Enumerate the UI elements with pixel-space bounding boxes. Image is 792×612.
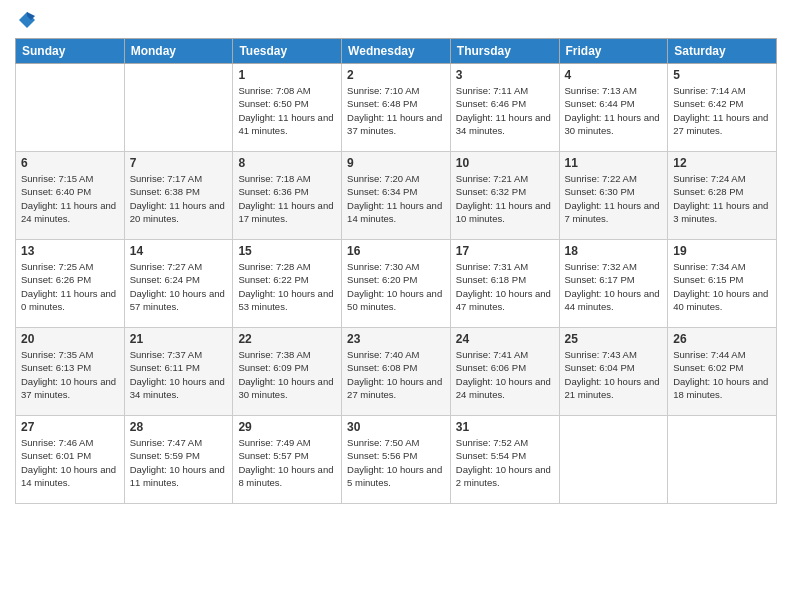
day-info: Sunrise: 7:28 AM Sunset: 6:22 PM Dayligh… (238, 260, 336, 313)
day-number: 20 (21, 332, 119, 346)
weekday-header: Wednesday (342, 39, 451, 64)
weekday-header: Monday (124, 39, 233, 64)
day-number: 6 (21, 156, 119, 170)
calendar-cell: 29Sunrise: 7:49 AM Sunset: 5:57 PM Dayli… (233, 416, 342, 504)
calendar-cell: 31Sunrise: 7:52 AM Sunset: 5:54 PM Dayli… (450, 416, 559, 504)
day-number: 1 (238, 68, 336, 82)
day-number: 4 (565, 68, 663, 82)
day-number: 5 (673, 68, 771, 82)
day-number: 2 (347, 68, 445, 82)
calendar-cell: 15Sunrise: 7:28 AM Sunset: 6:22 PM Dayli… (233, 240, 342, 328)
day-info: Sunrise: 7:27 AM Sunset: 6:24 PM Dayligh… (130, 260, 228, 313)
day-number: 17 (456, 244, 554, 258)
day-info: Sunrise: 7:08 AM Sunset: 6:50 PM Dayligh… (238, 84, 336, 137)
day-info: Sunrise: 7:49 AM Sunset: 5:57 PM Dayligh… (238, 436, 336, 489)
calendar-cell: 13Sunrise: 7:25 AM Sunset: 6:26 PM Dayli… (16, 240, 125, 328)
calendar-cell: 26Sunrise: 7:44 AM Sunset: 6:02 PM Dayli… (668, 328, 777, 416)
weekday-header: Saturday (668, 39, 777, 64)
day-info: Sunrise: 7:31 AM Sunset: 6:18 PM Dayligh… (456, 260, 554, 313)
day-info: Sunrise: 7:21 AM Sunset: 6:32 PM Dayligh… (456, 172, 554, 225)
day-number: 24 (456, 332, 554, 346)
calendar-cell: 24Sunrise: 7:41 AM Sunset: 6:06 PM Dayli… (450, 328, 559, 416)
header (15, 10, 777, 30)
day-info: Sunrise: 7:24 AM Sunset: 6:28 PM Dayligh… (673, 172, 771, 225)
calendar-week-row: 27Sunrise: 7:46 AM Sunset: 6:01 PM Dayli… (16, 416, 777, 504)
calendar-cell (559, 416, 668, 504)
weekday-header: Friday (559, 39, 668, 64)
day-number: 13 (21, 244, 119, 258)
day-number: 23 (347, 332, 445, 346)
calendar-cell: 5Sunrise: 7:14 AM Sunset: 6:42 PM Daylig… (668, 64, 777, 152)
calendar-cell (124, 64, 233, 152)
day-number: 10 (456, 156, 554, 170)
day-number: 11 (565, 156, 663, 170)
calendar-cell: 1Sunrise: 7:08 AM Sunset: 6:50 PM Daylig… (233, 64, 342, 152)
calendar: SundayMondayTuesdayWednesdayThursdayFrid… (15, 38, 777, 504)
day-info: Sunrise: 7:43 AM Sunset: 6:04 PM Dayligh… (565, 348, 663, 401)
calendar-week-row: 20Sunrise: 7:35 AM Sunset: 6:13 PM Dayli… (16, 328, 777, 416)
calendar-cell (16, 64, 125, 152)
calendar-cell: 25Sunrise: 7:43 AM Sunset: 6:04 PM Dayli… (559, 328, 668, 416)
calendar-cell: 16Sunrise: 7:30 AM Sunset: 6:20 PM Dayli… (342, 240, 451, 328)
day-number: 26 (673, 332, 771, 346)
calendar-cell: 6Sunrise: 7:15 AM Sunset: 6:40 PM Daylig… (16, 152, 125, 240)
weekday-header: Thursday (450, 39, 559, 64)
calendar-week-row: 13Sunrise: 7:25 AM Sunset: 6:26 PM Dayli… (16, 240, 777, 328)
day-info: Sunrise: 7:18 AM Sunset: 6:36 PM Dayligh… (238, 172, 336, 225)
weekday-header: Sunday (16, 39, 125, 64)
day-info: Sunrise: 7:10 AM Sunset: 6:48 PM Dayligh… (347, 84, 445, 137)
day-number: 7 (130, 156, 228, 170)
calendar-cell: 11Sunrise: 7:22 AM Sunset: 6:30 PM Dayli… (559, 152, 668, 240)
calendar-body: 1Sunrise: 7:08 AM Sunset: 6:50 PM Daylig… (16, 64, 777, 504)
calendar-cell: 30Sunrise: 7:50 AM Sunset: 5:56 PM Dayli… (342, 416, 451, 504)
day-number: 22 (238, 332, 336, 346)
day-number: 29 (238, 420, 336, 434)
day-info: Sunrise: 7:20 AM Sunset: 6:34 PM Dayligh… (347, 172, 445, 225)
day-number: 16 (347, 244, 445, 258)
day-number: 18 (565, 244, 663, 258)
logo-icon (17, 10, 37, 30)
day-info: Sunrise: 7:22 AM Sunset: 6:30 PM Dayligh… (565, 172, 663, 225)
day-info: Sunrise: 7:30 AM Sunset: 6:20 PM Dayligh… (347, 260, 445, 313)
day-info: Sunrise: 7:13 AM Sunset: 6:44 PM Dayligh… (565, 84, 663, 137)
calendar-header: SundayMondayTuesdayWednesdayThursdayFrid… (16, 39, 777, 64)
day-info: Sunrise: 7:14 AM Sunset: 6:42 PM Dayligh… (673, 84, 771, 137)
day-info: Sunrise: 7:52 AM Sunset: 5:54 PM Dayligh… (456, 436, 554, 489)
day-number: 31 (456, 420, 554, 434)
day-number: 19 (673, 244, 771, 258)
calendar-cell: 8Sunrise: 7:18 AM Sunset: 6:36 PM Daylig… (233, 152, 342, 240)
day-info: Sunrise: 7:11 AM Sunset: 6:46 PM Dayligh… (456, 84, 554, 137)
page: SundayMondayTuesdayWednesdayThursdayFrid… (0, 0, 792, 612)
logo (15, 10, 37, 30)
calendar-week-row: 1Sunrise: 7:08 AM Sunset: 6:50 PM Daylig… (16, 64, 777, 152)
day-info: Sunrise: 7:38 AM Sunset: 6:09 PM Dayligh… (238, 348, 336, 401)
calendar-cell (668, 416, 777, 504)
day-info: Sunrise: 7:25 AM Sunset: 6:26 PM Dayligh… (21, 260, 119, 313)
calendar-cell: 4Sunrise: 7:13 AM Sunset: 6:44 PM Daylig… (559, 64, 668, 152)
day-info: Sunrise: 7:41 AM Sunset: 6:06 PM Dayligh… (456, 348, 554, 401)
calendar-cell: 23Sunrise: 7:40 AM Sunset: 6:08 PM Dayli… (342, 328, 451, 416)
day-info: Sunrise: 7:44 AM Sunset: 6:02 PM Dayligh… (673, 348, 771, 401)
day-info: Sunrise: 7:47 AM Sunset: 5:59 PM Dayligh… (130, 436, 228, 489)
calendar-cell: 14Sunrise: 7:27 AM Sunset: 6:24 PM Dayli… (124, 240, 233, 328)
calendar-week-row: 6Sunrise: 7:15 AM Sunset: 6:40 PM Daylig… (16, 152, 777, 240)
day-number: 27 (21, 420, 119, 434)
day-number: 9 (347, 156, 445, 170)
day-info: Sunrise: 7:50 AM Sunset: 5:56 PM Dayligh… (347, 436, 445, 489)
calendar-cell: 20Sunrise: 7:35 AM Sunset: 6:13 PM Dayli… (16, 328, 125, 416)
day-number: 12 (673, 156, 771, 170)
day-info: Sunrise: 7:37 AM Sunset: 6:11 PM Dayligh… (130, 348, 228, 401)
calendar-cell: 27Sunrise: 7:46 AM Sunset: 6:01 PM Dayli… (16, 416, 125, 504)
day-number: 3 (456, 68, 554, 82)
day-number: 8 (238, 156, 336, 170)
calendar-cell: 9Sunrise: 7:20 AM Sunset: 6:34 PM Daylig… (342, 152, 451, 240)
calendar-cell: 10Sunrise: 7:21 AM Sunset: 6:32 PM Dayli… (450, 152, 559, 240)
day-number: 21 (130, 332, 228, 346)
calendar-cell: 2Sunrise: 7:10 AM Sunset: 6:48 PM Daylig… (342, 64, 451, 152)
day-number: 25 (565, 332, 663, 346)
calendar-cell: 18Sunrise: 7:32 AM Sunset: 6:17 PM Dayli… (559, 240, 668, 328)
day-info: Sunrise: 7:32 AM Sunset: 6:17 PM Dayligh… (565, 260, 663, 313)
weekday-row: SundayMondayTuesdayWednesdayThursdayFrid… (16, 39, 777, 64)
day-number: 28 (130, 420, 228, 434)
day-info: Sunrise: 7:15 AM Sunset: 6:40 PM Dayligh… (21, 172, 119, 225)
